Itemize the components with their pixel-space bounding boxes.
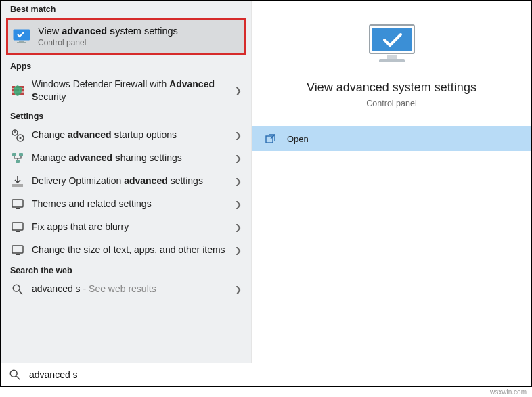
svg-rect-15 bbox=[16, 231, 20, 232]
section-web: Search the web bbox=[1, 262, 251, 278]
result-label: Themes and related settings bbox=[32, 197, 232, 210]
result-label: Windows Defender Firewall with Advanced … bbox=[32, 78, 232, 103]
monitor-large-icon bbox=[363, 21, 421, 71]
display-icon bbox=[10, 243, 25, 258]
watermark: wsxwin.com bbox=[490, 388, 527, 396]
result-blurry[interactable]: Fix apps that are blurry ❯ bbox=[1, 216, 251, 239]
result-label: Manage advanced sharing settings bbox=[32, 151, 232, 164]
chevron-right-icon[interactable]: ❯ bbox=[232, 86, 244, 95]
result-label: Change advanced startup options bbox=[32, 129, 232, 141]
svg-rect-17 bbox=[16, 254, 20, 255]
result-label: Change the size of text, apps, and other… bbox=[32, 243, 232, 256]
svg-point-18 bbox=[13, 285, 20, 291]
detail-title: View advanced system settings bbox=[265, 80, 518, 95]
result-firewall[interactable]: Windows Defender Firewall with Advanced … bbox=[1, 74, 251, 108]
network-icon bbox=[10, 151, 25, 166]
svg-rect-8 bbox=[12, 153, 16, 156]
firewall-icon bbox=[10, 83, 25, 98]
result-startup[interactable]: Change advanced startup options ❯ bbox=[1, 124, 251, 147]
svg-rect-23 bbox=[266, 136, 273, 143]
chevron-right-icon[interactable]: ❯ bbox=[232, 246, 244, 255]
result-delivery[interactable]: Delivery Optimization advanced settings … bbox=[1, 170, 251, 193]
svg-point-7 bbox=[20, 137, 22, 139]
results-pane: Best match View advanced system settings… bbox=[1, 1, 251, 371]
detail-subtitle: Control panel bbox=[265, 99, 518, 108]
svg-rect-21 bbox=[387, 55, 397, 59]
open-action[interactable]: Open bbox=[252, 126, 531, 151]
result-themes[interactable]: Themes and related settings ❯ bbox=[1, 193, 251, 216]
result-label: Fix apps that are blurry bbox=[32, 220, 232, 233]
svg-rect-12 bbox=[12, 200, 23, 207]
svg-rect-13 bbox=[16, 208, 20, 209]
chevron-right-icon[interactable]: ❯ bbox=[232, 131, 244, 140]
chevron-right-icon[interactable]: ❯ bbox=[232, 285, 244, 294]
detail-pane: View advanced system settings Control pa… bbox=[251, 1, 531, 371]
result-sharing[interactable]: Manage advanced sharing settings ❯ bbox=[1, 147, 251, 170]
chevron-right-icon[interactable]: ❯ bbox=[232, 177, 244, 186]
svg-rect-20 bbox=[372, 28, 412, 51]
svg-rect-16 bbox=[12, 246, 23, 253]
chevron-right-icon[interactable]: ❯ bbox=[232, 223, 244, 232]
section-best-match: Best match bbox=[1, 1, 251, 17]
display-icon bbox=[10, 197, 25, 212]
search-bar[interactable] bbox=[0, 363, 532, 387]
download-icon bbox=[10, 174, 25, 189]
result-label: Delivery Optimization advanced settings bbox=[32, 174, 232, 187]
svg-point-24 bbox=[10, 370, 17, 377]
open-label: Open bbox=[287, 134, 309, 144]
search-icon bbox=[9, 369, 21, 381]
search-icon bbox=[10, 282, 25, 297]
section-apps: Apps bbox=[1, 57, 251, 74]
svg-rect-9 bbox=[19, 153, 23, 156]
detail-hero: View advanced system settings Control pa… bbox=[252, 1, 531, 122]
svg-rect-3 bbox=[17, 42, 26, 43]
best-match-result[interactable]: View advanced system settings Control pa… bbox=[6, 18, 246, 55]
result-textsize[interactable]: Change the size of text, apps, and other… bbox=[1, 239, 251, 262]
search-input[interactable] bbox=[29, 369, 523, 380]
svg-rect-11 bbox=[12, 184, 23, 187]
open-icon bbox=[264, 133, 278, 144]
best-match-label: View advanced system settings Control pa… bbox=[38, 26, 178, 47]
chevron-right-icon[interactable]: ❯ bbox=[232, 154, 244, 163]
svg-rect-22 bbox=[379, 59, 405, 62]
display-icon bbox=[10, 220, 25, 235]
chevron-right-icon[interactable]: ❯ bbox=[232, 200, 244, 209]
monitor-icon bbox=[12, 28, 31, 45]
power-options-icon bbox=[10, 128, 25, 143]
result-label: advanced s - See web results bbox=[32, 283, 232, 296]
svg-rect-14 bbox=[12, 223, 23, 230]
section-settings: Settings bbox=[1, 108, 251, 124]
search-panel: Best match View advanced system settings… bbox=[0, 0, 532, 371]
result-web[interactable]: advanced s - See web results ❯ bbox=[1, 278, 251, 301]
svg-rect-2 bbox=[19, 41, 24, 42]
svg-rect-10 bbox=[16, 160, 20, 163]
